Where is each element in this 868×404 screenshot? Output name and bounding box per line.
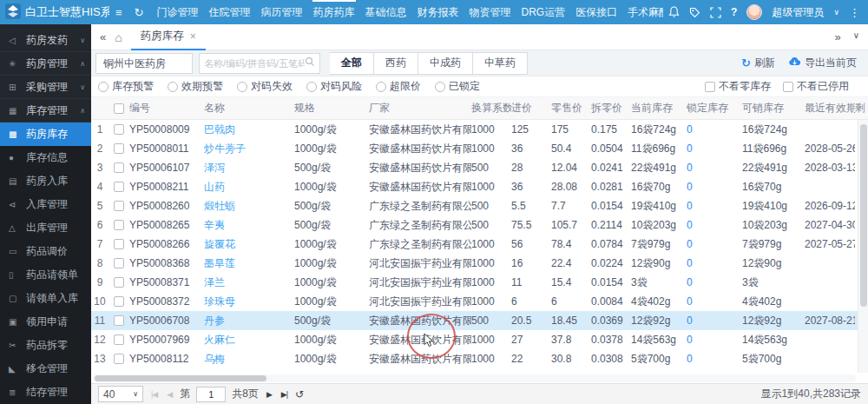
table-row[interactable]: 13 YP50008112 乌梅 1000g/袋 安徽盛林国药饮片有限公司 10… [91,349,868,368]
filter-radio[interactable]: 对码失效 [237,79,293,94]
tab-close-icon[interactable]: × [190,30,196,43]
sidebar-item[interactable]: ● 库存信息 [0,146,91,169]
header-factory[interactable]: 厂家 [369,101,471,116]
locked-stock-link[interactable]: 0 [687,238,742,250]
table-row[interactable]: 7 YP50008266 旋覆花 1000g/袋 广东绿之圣制药有限公司 100… [91,235,868,254]
home-icon[interactable]: ⌂ [115,30,122,44]
avatar[interactable] [746,4,762,20]
sidebar-item[interactable]: ◁ 药房发药 ∨ [0,29,91,52]
export-current-page-button[interactable]: 导出当前页 [788,56,857,70]
horizontal-scrollbar[interactable] [93,374,856,382]
row-checkbox[interactable] [114,258,124,268]
more-menu-icon[interactable]: ⋮ [849,6,861,19]
tab-pharmacy-stock[interactable]: 药房库存 × [131,24,206,50]
page-size-select[interactable]: 40 ∨ [98,386,143,402]
header-locked-stock[interactable]: 锁定库存 [687,101,742,116]
row-checkbox[interactable] [114,143,124,154]
filter-radio[interactable]: 超限价 [376,79,421,94]
bell-icon[interactable] [668,6,680,18]
sidebar-item[interactable]: ⊞ 采购管理 ∨ [0,76,91,99]
table-row[interactable]: 3 YP50006107 泽泻 500g/袋 安徽盛林国药饮片有限公司 500 … [91,158,868,177]
row-checkbox[interactable] [114,201,124,211]
top-menu-item[interactable]: DRG运营 [516,0,571,24]
page-refresh-icon[interactable]: ↻ [135,6,144,19]
header-current-stock[interactable]: 当前库存 [631,101,687,116]
select-all-checkbox[interactable] [114,103,124,114]
search-input[interactable] [204,58,305,69]
header-split-price[interactable]: 拆零价 [591,101,631,116]
locked-stock-link[interactable]: 0 [687,295,742,308]
sidebar-item[interactable]: ▭ 药品调价 [0,240,91,263]
table-row[interactable]: 12 YP50007969 火麻仁 1000g/袋 安徽盛林国药饮片有限公司 1… [91,330,868,349]
category-button[interactable]: 西药 [374,52,418,75]
row-checkbox[interactable] [114,334,124,345]
sidebar-item[interactable]: ✳ 药房管理 ∧ [0,52,91,76]
top-menu-item[interactable]: 住院管理 [204,0,256,24]
row-checkbox[interactable] [114,277,124,288]
prev-page-button[interactable]: ◀ [165,390,174,399]
top-menu-item[interactable]: 物资管理 [464,0,516,24]
last-page-button[interactable]: ▶| [279,390,289,399]
drug-name-link[interactable]: 炒牛蒡子 [204,142,294,156]
table-row[interactable]: 5 YP50008260 煅牡蛎 500g/袋 广东绿之圣制药有限公司 500 … [91,196,868,215]
user-menu-chevron-icon[interactable]: ∨ [833,8,839,17]
header-expiry[interactable]: 最近有效期 [805,101,855,116]
table-row[interactable]: 2 YP50008011 炒牛蒡子 1000g/袋 安徽盛林国药饮片有限公司 1… [91,139,868,158]
locked-stock-link[interactable]: 0 [687,276,742,288]
locked-stock-link[interactable]: 0 [687,200,742,212]
category-button[interactable]: 中草药 [473,52,528,75]
refresh-button[interactable]: ↻ 刷新 [741,56,775,70]
filter-checkbox[interactable]: 不看零库存 [705,79,771,94]
table-row[interactable]: 4 YP50008211 山药 1000g/袋 安徽盛林国药饮片有限公司 100… [91,177,868,196]
top-menu-item[interactable]: 基础信息 [360,0,412,24]
header-name[interactable]: 名称 [204,101,294,116]
locked-stock-link[interactable]: 0 [687,334,742,346]
filter-radio[interactable]: 效期预警 [168,79,223,94]
sidebar-collapse-icon[interactable]: ≡ [115,6,122,19]
next-page-button[interactable]: ▶ [265,390,273,399]
row-checkbox[interactable] [114,315,124,326]
drug-name-link[interactable]: 火麻仁 [204,333,294,348]
drug-name-link[interactable]: 墨旱莲 [204,256,294,271]
header-sellable-stock[interactable]: 可销库存 [742,101,805,116]
top-menu-item[interactable]: 医保接口 [570,0,622,24]
sidebar-item[interactable]: ▩ 药房库存 [0,123,91,146]
drug-name-link[interactable]: 泽兰 [204,275,294,290]
locked-stock-link[interactable]: 0 [687,257,742,269]
drug-name-link[interactable]: 丹参 [204,314,294,328]
locked-stock-link[interactable]: 0 [687,142,742,155]
fullscreen-icon[interactable] [710,7,721,18]
locked-stock-link[interactable]: 0 [687,315,742,327]
drug-name-link[interactable]: 山药 [204,180,294,195]
locked-stock-link[interactable]: 0 [687,353,742,365]
help-icon[interactable]: ? [731,6,737,18]
row-checkbox[interactable] [114,220,124,230]
horizontal-scrollbar-thumb[interactable] [95,375,266,381]
page-number-input[interactable] [196,387,226,402]
reload-table-icon[interactable]: ↺ [295,388,304,401]
drug-name-link[interactable]: 煅牡蛎 [204,199,294,214]
sidebar-item[interactable]: ⊲ 入库管理 [0,193,91,216]
table-row[interactable]: 8 YP50008368 墨旱莲 1000g/袋 河北安国振宇药业有限公司 10… [91,254,868,273]
drug-name-link[interactable]: 泽泻 [204,161,294,176]
locked-stock-link[interactable]: 0 [687,162,742,174]
drug-name-link[interactable]: 辛夷 [204,218,294,233]
filter-checkbox[interactable]: 不看已停用 [783,79,849,94]
sidebar-item[interactable]: ✂ 药品拆零 [0,334,91,357]
row-checkbox[interactable] [114,354,124,364]
sidebar-item[interactable]: △ 出库管理 [0,216,91,240]
table-row[interactable]: 1 YP50008009 巴戟肉 1000g/袋 安徽盛林国药饮片有限公司 10… [91,120,868,139]
sidebar-item[interactable]: ≣ 结存管理 [0,381,91,404]
category-button[interactable]: 全部 [330,52,374,75]
header-spec[interactable]: 规格 [294,101,369,116]
user-role-label[interactable]: 超级管理员 [772,5,824,20]
table-row[interactable]: 6 YP50008265 辛夷 500g/袋 广东绿之圣制药有限公司 500 7… [91,215,868,235]
sidebar-item[interactable]: ▦ 库存管理 ∧ [0,99,91,123]
tabs-menu-icon[interactable]: ∨ [853,30,859,43]
row-checkbox[interactable] [114,124,124,135]
drug-name-link[interactable]: 珍珠母 [204,295,294,309]
header-factor[interactable]: 换算系数 [471,101,511,116]
row-checkbox[interactable] [114,239,124,249]
tag-icon[interactable] [689,7,700,18]
drug-name-link[interactable]: 旋覆花 [204,237,294,252]
